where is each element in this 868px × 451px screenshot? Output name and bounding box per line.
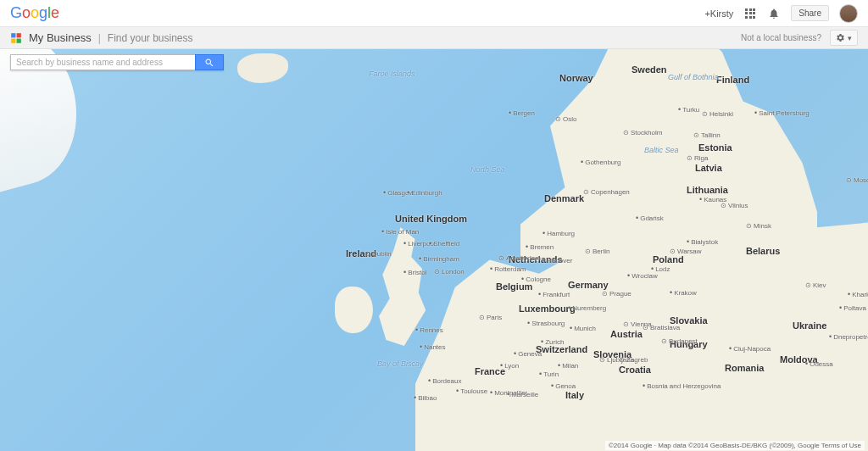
country-label: Ireland xyxy=(346,248,376,259)
city-label: London xyxy=(434,268,465,276)
not-local-link[interactable]: Not a local business? xyxy=(741,33,821,42)
landmass xyxy=(237,53,288,83)
city-label: Edinburgh xyxy=(407,188,442,197)
svg-rect-1 xyxy=(17,33,21,37)
water-label: North Sea xyxy=(470,165,505,174)
city-label: Dublin xyxy=(364,250,392,258)
top-bar: Google +Kirsty Share xyxy=(0,0,868,27)
avatar[interactable] xyxy=(839,4,858,23)
city-label: Glasgow xyxy=(383,188,414,197)
city-label: Sheffield xyxy=(429,239,459,248)
google-logo[interactable]: Google xyxy=(10,4,59,22)
map-canvas[interactable]: IcelandNorwaySwedenFinlandUnited Kingdom… xyxy=(0,49,868,451)
svg-rect-2 xyxy=(11,38,15,42)
chevron-down-icon: ▾ xyxy=(848,34,852,42)
share-button[interactable]: Share xyxy=(791,5,829,21)
settings-button[interactable]: ▾ xyxy=(830,30,858,46)
svg-rect-3 xyxy=(17,38,21,42)
search-box xyxy=(10,54,224,70)
landmass xyxy=(364,227,437,346)
svg-rect-0 xyxy=(11,33,15,37)
country-label: Norway xyxy=(559,73,593,83)
user-profile-link[interactable]: +Kirsty xyxy=(704,8,733,19)
landmass xyxy=(335,287,373,333)
apps-icon[interactable] xyxy=(743,7,757,20)
city-label: Bergen xyxy=(509,109,535,117)
landmass xyxy=(520,49,817,261)
page-subtitle: Find your business xyxy=(108,32,193,44)
landmass xyxy=(0,49,94,198)
city-label: Birmingham xyxy=(419,254,459,263)
notifications-icon[interactable] xyxy=(767,7,781,20)
sub-bar: My Business | Find your business Not a l… xyxy=(0,27,868,49)
water-label: Faroe Islands xyxy=(369,70,415,78)
map-attribution: ©2014 Google · Map data ©2014 GeoBasis-D… xyxy=(605,441,865,450)
search-button[interactable] xyxy=(195,54,224,70)
country-label: United Kingdom xyxy=(395,214,467,224)
water-label: Bay of Biscay xyxy=(377,359,424,368)
city-label: Moscow xyxy=(846,176,868,184)
search-input[interactable] xyxy=(10,54,195,70)
gear-icon xyxy=(836,33,845,42)
search-icon xyxy=(204,58,214,68)
my-business-icon xyxy=(10,32,22,44)
page-title: My Business xyxy=(29,31,92,44)
